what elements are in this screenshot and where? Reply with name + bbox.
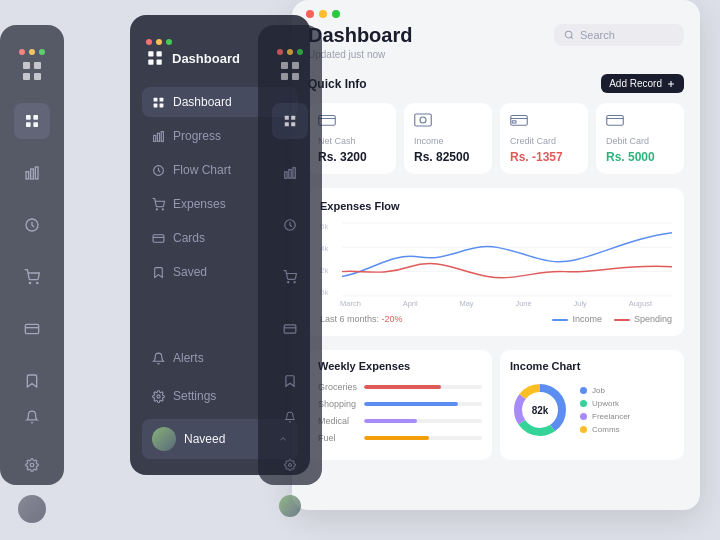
legend-income: Income [552,314,602,324]
dashboard-header: Dashboard Updated just now Search [308,24,684,60]
svg-rect-6 [26,122,31,127]
nav-icon-bell-r[interactable] [272,399,308,435]
sidebar-label-alerts: Alerts [173,351,204,365]
card-icon-credit [510,113,578,130]
card-label-net-cash: Net Cash [318,136,386,146]
weekly-title: Weekly Expenses [318,360,482,372]
svg-point-51 [565,31,572,38]
svg-rect-20 [157,60,162,65]
svg-point-47 [294,282,295,283]
svg-rect-44 [293,168,295,179]
weekly-item-shopping: Shopping [318,399,482,409]
svg-rect-36 [281,73,288,80]
chart-period: Last 6 months: -20% [320,314,403,324]
svg-rect-24 [160,103,164,107]
logo-icon-left [18,59,46,83]
card-value-credit: Rs. -1357 [510,150,578,164]
logo-icon-right [276,59,304,83]
svg-rect-39 [291,116,295,120]
weekly-item-fuel: Fuel [318,433,482,443]
donut-row: 82k Job Upwork [510,380,674,440]
weekly-item-medical: Medical [318,416,482,426]
nav-icon-clock-r[interactable] [272,207,308,243]
chart-period-value: -20% [382,314,403,324]
svg-point-30 [162,208,163,209]
svg-rect-5 [33,115,38,120]
nav-icon-cart-r[interactable] [272,259,308,295]
sidebar-label-dashboard: Dashboard [173,95,232,109]
svg-rect-26 [157,133,159,141]
traffic-lights [292,0,700,24]
svg-rect-42 [285,172,287,178]
weekly-expenses-card: Weekly Expenses Groceries Shopping Medic… [308,350,492,460]
svg-rect-17 [148,51,153,56]
sidebar-header: Dashboard [142,49,240,67]
nav-icon-grid[interactable] [14,103,50,139]
bottom-row: Weekly Expenses Groceries Shopping Medic… [308,350,684,460]
avatar-main [152,427,176,451]
income-chart-title: Income Chart [510,360,674,372]
svg-rect-31 [153,234,164,242]
nav-icon-cart[interactable] [14,259,50,295]
svg-rect-34 [281,62,288,69]
chart-legend: Income Spending [552,314,672,324]
svg-rect-62 [607,116,624,126]
card-credit: Credit Card Rs. -1357 [500,103,588,174]
svg-point-33 [157,394,160,397]
nav-icon-grid-r[interactable] [272,103,308,139]
add-record-button[interactable]: Add Record [601,74,684,93]
svg-rect-14 [25,324,38,333]
page-title: Dashboard [308,24,412,47]
svg-rect-27 [161,131,163,141]
card-value-income: Rs. 82500 [414,150,482,164]
svg-rect-0 [23,62,30,69]
svg-rect-3 [34,73,41,80]
svg-rect-8 [26,172,29,179]
svg-point-12 [29,282,30,283]
nav-icon-gear-left[interactable] [14,447,50,483]
svg-point-58 [420,117,426,123]
svg-point-46 [288,282,289,283]
nav-icon-chart-r[interactable] [272,155,308,191]
search-bar[interactable]: Search [554,24,684,46]
legend-job: Job [580,386,630,395]
tl-green [332,10,340,18]
nav-icon-chart[interactable] [14,155,50,191]
card-icon-net-cash [318,113,386,130]
nav-icon-gear-r[interactable] [272,447,308,483]
sidebar-label-progress: Progress [173,129,221,143]
expenses-chart-svg [342,222,672,297]
svg-rect-1 [34,62,41,69]
svg-rect-25 [154,135,156,141]
svg-rect-18 [157,51,162,56]
nav-icon-clock[interactable] [14,207,50,243]
svg-rect-2 [23,73,30,80]
nav-icon-bookmark[interactable] [14,363,50,399]
svg-rect-9 [31,169,34,179]
quick-info-header: Quick Info Add Record [308,74,684,93]
nav-icon-bookmark-r[interactable] [272,363,308,399]
sidebar-ghost-left [0,25,64,485]
card-label-debit: Debit Card [606,136,674,146]
svg-rect-22 [160,97,164,101]
card-income: Income Rs. 82500 [404,103,492,174]
card-icon-income [414,113,482,130]
sidebar-title: Dashboard [172,51,240,66]
nav-icon-card[interactable] [14,311,50,347]
sidebar-label-cards: Cards [173,231,205,245]
svg-rect-7 [33,122,38,127]
sidebar-label-flowchart: Flow Chart [173,163,231,177]
svg-line-52 [571,37,573,39]
search-placeholder: Search [580,29,615,41]
svg-rect-61 [512,121,516,123]
income-chart-card: Income Chart [500,350,684,460]
expenses-flow-section: Expenses Flow 6k4k2k0k [308,188,684,336]
nav-icon-bell-left[interactable] [14,399,50,435]
avatar-right [279,495,301,517]
svg-rect-41 [291,122,295,126]
svg-rect-35 [292,62,299,69]
svg-rect-21 [154,97,158,101]
card-icon-debit [606,113,674,130]
nav-icon-card-r[interactable] [272,311,308,347]
page-subtitle: Updated just now [308,49,412,60]
